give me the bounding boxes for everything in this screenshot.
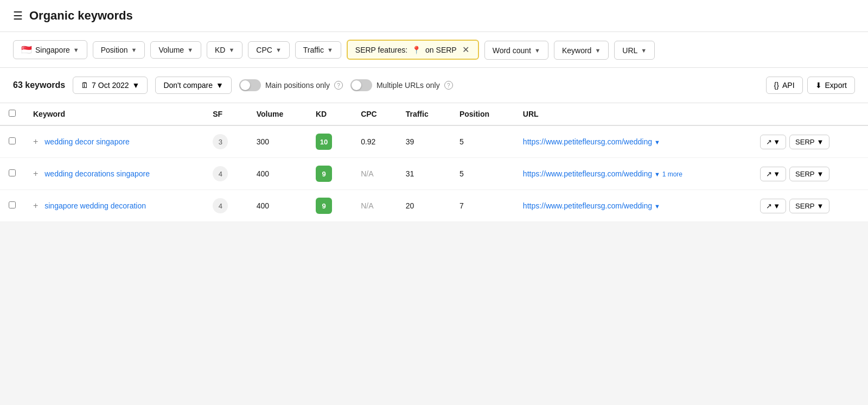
url-chevron-icon[interactable]: ▼ [654,203,660,210]
multiple-urls-label: Multiple URLs only [376,81,440,90]
cpc-value: N/A [361,169,373,178]
expand-icon[interactable]: + [33,137,38,146]
actions-cell: ↗ ▼ SERP ▼ [751,158,868,190]
volume-cell: 300 [248,125,307,158]
volume-cell: 400 [248,190,307,222]
filters-bar: 🇸🇬 Singapore ▼ Position ▼ Volume ▼ KD ▼ … [0,32,868,68]
row-checkbox-cell[interactable] [0,125,24,158]
kd-badge: 9 [316,166,332,182]
serp-button[interactable]: SERP ▼ [789,135,829,149]
sf-cell: 4 [204,158,247,190]
action-buttons: ↗ ▼ SERP ▼ [760,199,859,213]
filter-singapore[interactable]: 🇸🇬 Singapore ▼ [13,40,87,59]
filter-serp[interactable]: SERP features: 📍 on SERP ✕ [347,40,479,60]
serp-chevron-icon: ▼ [816,170,824,178]
url-link[interactable]: https://www.petitefleursg.com/wedding [523,201,652,210]
trend-icon: ↗ [766,138,772,146]
filter-url[interactable]: URL ▼ [614,41,655,60]
url-link[interactable]: https://www.petitefleursg.com/wedding [523,137,652,146]
export-button[interactable]: ⬇ Export [807,77,855,94]
url-chevron-icon[interactable]: ▼ [654,171,660,178]
url-cell: https://www.petitefleursg.com/wedding ▼ … [514,158,751,190]
filter-keyword[interactable]: Keyword ▼ [554,41,609,60]
trend-button[interactable]: ↗ ▼ [760,167,786,181]
main-positions-toggle[interactable] [239,79,261,91]
cpc-value: 0.92 [361,137,375,146]
row-checkbox[interactable] [9,201,16,208]
row-checkbox[interactable] [9,137,16,144]
th-position: Position [451,103,514,125]
row-checkbox-cell[interactable] [0,190,24,222]
row-checkbox-cell[interactable] [0,158,24,190]
date-label: 7 Oct 2022 [92,81,129,90]
th-cpc: CPC [352,103,397,125]
multiple-urls-help-icon[interactable]: ? [444,81,453,90]
url-cell: https://www.petitefleursg.com/wedding ▼ [514,125,751,158]
serp-button[interactable]: SERP ▼ [789,199,829,213]
keyword-link[interactable]: singapore wedding decoration [44,201,146,210]
chevron-down-icon: ▼ [641,47,647,54]
sf-cell: 4 [204,190,247,222]
filter-volume-label: Volume [158,46,184,54]
hamburger-icon[interactable]: ☰ [13,9,23,22]
chevron-down-icon: ▼ [327,47,333,53]
serp-chevron-icon: ▼ [816,138,824,146]
url-chevron-icon[interactable]: ▼ [654,139,660,145]
url-more[interactable]: 1 more [662,170,682,178]
keyword-link[interactable]: wedding decorations singapore [44,169,150,178]
filter-position[interactable]: Position ▼ [93,41,145,59]
table-row: + wedding decor singapore 3300100.92395h… [0,125,868,158]
table-row: + wedding decorations singapore 44009N/A… [0,158,868,190]
filter-cpc[interactable]: CPC ▼ [248,41,289,59]
api-icon: {} [774,81,779,90]
row-checkbox[interactable] [9,169,16,176]
keywords-table: Keyword SF Volume KD CPC Traffic Positio… [0,103,868,222]
url-link[interactable]: https://www.petitefleursg.com/wedding [523,169,652,178]
action-buttons: ↗ ▼ SERP ▼ [760,167,859,181]
chevron-down-icon: ▼ [73,47,79,53]
trend-chevron-icon: ▼ [773,202,780,210]
th-actions [751,103,868,125]
serp-prefix: SERP features: [355,46,407,54]
filter-singapore-label: Singapore [35,46,70,54]
trend-chevron-icon: ▼ [773,138,780,146]
serp-label: SERP [795,202,814,210]
sf-cell: 3 [204,125,247,158]
filter-volume[interactable]: Volume ▼ [150,41,201,59]
serp-button[interactable]: SERP ▼ [789,167,829,181]
filter-word-count[interactable]: Word count ▼ [484,41,548,60]
multiple-urls-toggle[interactable] [350,79,372,91]
compare-label: Don't compare [163,81,213,90]
keyword-cell: + wedding decor singapore [24,125,204,158]
filter-kd[interactable]: KD ▼ [207,41,242,59]
api-button[interactable]: {} API [766,77,803,94]
chevron-down-icon: ▼ [132,81,140,90]
filter-traffic[interactable]: Traffic ▼ [295,41,341,59]
select-all-checkbox-cell[interactable] [0,103,24,125]
main-positions-help-icon[interactable]: ? [334,81,343,90]
trend-icon: ↗ [766,202,772,210]
serp-close-button[interactable]: ✕ [461,45,470,55]
keyword-count: 63 keywords [13,80,65,90]
page-title: Organic keywords [29,9,133,23]
flag-icon: 🇸🇬 [21,45,32,55]
keyword-link[interactable]: wedding decor singapore [44,137,129,146]
date-picker-button[interactable]: 🗓 7 Oct 2022 ▼ [73,77,148,94]
trend-chevron-icon: ▼ [773,170,780,178]
kd-badge: 10 [316,134,332,150]
trend-button[interactable]: ↗ ▼ [760,135,786,149]
serp-label: SERP [795,170,814,178]
expand-icon[interactable]: + [33,201,38,210]
chevron-down-icon: ▼ [276,47,282,53]
action-buttons: ↗ ▼ SERP ▼ [760,135,859,149]
cpc-cell: 0.92 [352,125,397,158]
trend-button[interactable]: ↗ ▼ [760,199,786,213]
position-cell: 5 [451,125,514,158]
cpc-value: N/A [361,201,373,210]
expand-icon[interactable]: + [33,169,38,178]
kd-cell: 9 [307,158,352,190]
volume-cell: 400 [248,158,307,190]
th-url: URL [514,103,751,125]
compare-button[interactable]: Don't compare ▼ [155,77,231,94]
select-all-checkbox[interactable] [9,110,16,117]
